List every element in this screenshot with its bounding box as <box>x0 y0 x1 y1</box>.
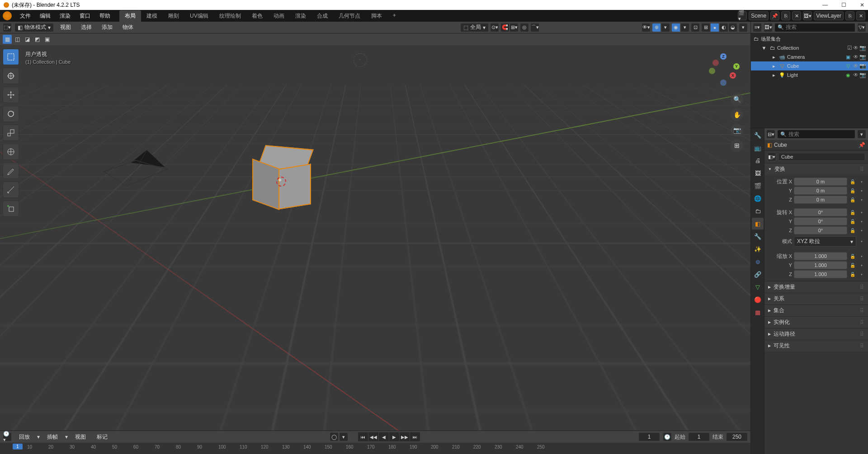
light-object[interactable] <box>354 53 367 67</box>
tab-viewlayer[interactable]: 🖼 <box>752 167 764 179</box>
eye-icon[interactable]: 👁 <box>853 63 859 69</box>
lock-icon[interactable]: 🔓 <box>849 197 856 202</box>
expand-icon[interactable]: ▸ <box>771 72 777 78</box>
scale-y-field[interactable]: 1.000 <box>794 261 847 269</box>
visibility-button[interactable]: 👁▾ <box>642 23 651 32</box>
eye-icon[interactable]: 👁 <box>853 54 859 60</box>
overlay-options[interactable]: ▾ <box>680 23 689 32</box>
scene-browse-button[interactable]: 🎬▾ <box>738 11 747 20</box>
tool-move[interactable] <box>3 87 19 103</box>
tab-render[interactable]: 📺 <box>752 142 764 154</box>
tab-texture[interactable]: ▦ <box>752 306 764 318</box>
blender-icon[interactable] <box>3 11 12 20</box>
outliner-displaymode[interactable]: 🖼▾ <box>764 23 773 32</box>
outliner-filter[interactable]: ▽▾ <box>857 23 866 32</box>
rotation-mode-select[interactable]: XYZ 欧拉▾ <box>794 236 856 247</box>
tree-item-cube[interactable]: ▸ ▽ Cube ▽ 👁📷 <box>751 61 868 70</box>
tab-world[interactable]: 🌐 <box>752 192 764 204</box>
tab-compositing[interactable]: 合成 <box>311 10 333 22</box>
menu-window[interactable]: 窗口 <box>75 10 95 22</box>
outliner-type-button[interactable]: ≡▾ <box>753 23 762 32</box>
rot-z-field[interactable]: 0° <box>794 226 847 234</box>
editor-type-button[interactable]: ⬚▾ <box>3 23 12 32</box>
3d-viewport[interactable]: 用户透视 (1) Collection | Cube <box>0 45 750 431</box>
menu-edit[interactable]: 编辑 <box>35 10 55 22</box>
select-tweak[interactable]: ▦ <box>3 35 12 44</box>
tab-collection[interactable]: 🗀 <box>752 205 764 217</box>
collections-header[interactable]: 集合⠿ <box>764 305 868 316</box>
scale-z-field[interactable]: 1.000 <box>794 270 847 278</box>
tab-sculpt[interactable]: 雕刻 <box>163 10 184 22</box>
jump-next-keyframe[interactable]: ▶▶ <box>400 432 410 441</box>
shading-rendered[interactable]: ◒ <box>728 23 737 32</box>
chevron-down-icon[interactable]: ▼ <box>761 45 767 51</box>
lock-icon[interactable]: 🔓 <box>849 272 856 277</box>
minimize-button[interactable]: — <box>822 2 828 8</box>
zoom-button[interactable]: 🔍 <box>731 93 743 106</box>
delta-transform-header[interactable]: 变换增量⠿ <box>764 281 868 293</box>
eye-icon[interactable]: 👁 <box>853 72 859 78</box>
lock-icon[interactable]: 🔓 <box>849 219 856 224</box>
properties-options[interactable]: ▾ <box>857 130 866 139</box>
datablock-browse[interactable]: ◧▾ <box>767 152 776 161</box>
tab-anim[interactable]: 动画 <box>268 10 290 22</box>
proportional-falloff[interactable]: ⌒▾ <box>530 23 539 32</box>
motion-paths-header[interactable]: 运动路径⠿ <box>764 328 868 340</box>
tab-scene[interactable]: 🎬 <box>752 180 764 192</box>
tool-add-cube[interactable] <box>3 201 19 217</box>
loc-x-field[interactable]: 0 m <box>794 178 847 186</box>
vp-menu-select[interactable]: 选择 <box>77 22 95 33</box>
play-button[interactable]: ▶ <box>389 432 399 441</box>
lock-icon[interactable]: 🔓 <box>849 228 856 233</box>
autokey-toggle[interactable]: ◯ <box>330 432 339 441</box>
tab-object[interactable]: ◧ <box>752 218 764 229</box>
tool-transform[interactable] <box>3 144 19 160</box>
tab-data[interactable]: ▽ <box>752 281 764 293</box>
tool-measure[interactable] <box>3 182 19 198</box>
select-lasso[interactable]: ◩ <box>33 35 42 44</box>
menu-render[interactable]: 渲染 <box>55 10 75 22</box>
tool-cursor[interactable] <box>3 68 19 84</box>
tab-modeling[interactable]: 建模 <box>141 10 163 22</box>
tl-menu-marker[interactable]: 标记 <box>93 431 111 443</box>
vp-menu-view[interactable]: 视图 <box>57 22 75 33</box>
tab-physics[interactable]: ⊚ <box>752 256 764 267</box>
tree-collection[interactable]: ▼ 🗀 Collection ☑👁📷 <box>751 43 868 52</box>
timeline-ruler[interactable]: 1 10203040506070809010011012013014015016… <box>0 443 750 454</box>
tab-layout[interactable]: 布局 <box>119 10 141 22</box>
camera-object[interactable] <box>99 145 172 190</box>
tool-annotate[interactable] <box>3 163 19 179</box>
relations-header[interactable]: 关系⠿ <box>764 293 868 304</box>
transform-panel-header[interactable]: 变换⠿ <box>764 164 868 175</box>
close-button[interactable]: ✕ <box>860 2 864 8</box>
lock-icon[interactable]: 🔓 <box>849 179 856 184</box>
expand-icon[interactable]: ▸ <box>771 63 777 69</box>
checkbox-icon[interactable]: ☑ <box>847 45 852 51</box>
scene-pin-button[interactable]: 📌 <box>770 11 779 20</box>
pivot-button[interactable]: ⊙▾ <box>490 23 499 32</box>
object-name-field[interactable]: Cube <box>778 153 865 161</box>
play-reverse-button[interactable]: ◀ <box>379 432 389 441</box>
tab-texpaint[interactable]: 纹理绘制 <box>214 10 246 22</box>
scene-delete-button[interactable]: ✕ <box>792 11 801 20</box>
outliner-tree[interactable]: 🗀 场景集合 ▼ 🗀 Collection ☑👁📷 ▸ 📹 Camera ▣ <box>751 33 868 128</box>
end-frame-field[interactable]: 250 <box>726 432 748 441</box>
vp-menu-add[interactable]: 添加 <box>98 22 116 33</box>
tl-menu-view[interactable]: 视图 <box>71 431 90 443</box>
tab-output[interactable]: 🖨 <box>752 154 764 166</box>
visibility-header[interactable]: 可见性⠿ <box>764 340 868 351</box>
expand-icon[interactable]: ▸ <box>771 54 777 60</box>
tree-item-camera[interactable]: ▸ 📹 Camera ▣ 👁📷 <box>751 52 868 61</box>
overlay-toggle[interactable]: ◉ <box>671 23 680 32</box>
tab-modifiers[interactable]: 🔧 <box>752 230 764 242</box>
maximize-button[interactable]: ☐ <box>841 2 846 8</box>
scale-x-field[interactable]: 1.000 <box>794 252 847 260</box>
tab-rendering[interactable]: 渲染 <box>290 10 311 22</box>
timeline-editor-type[interactable]: 🕐▾ <box>3 432 12 441</box>
shading-wireframe[interactable]: ⊞ <box>701 23 710 32</box>
tab-shading[interactable]: 着色 <box>246 10 268 22</box>
current-frame-field[interactable]: 1 <box>638 432 660 441</box>
select-box[interactable]: ◫ <box>13 35 22 44</box>
shading-solid[interactable]: ● <box>710 23 719 32</box>
viewlayer-name-field[interactable]: ViewLayer <box>814 11 844 20</box>
